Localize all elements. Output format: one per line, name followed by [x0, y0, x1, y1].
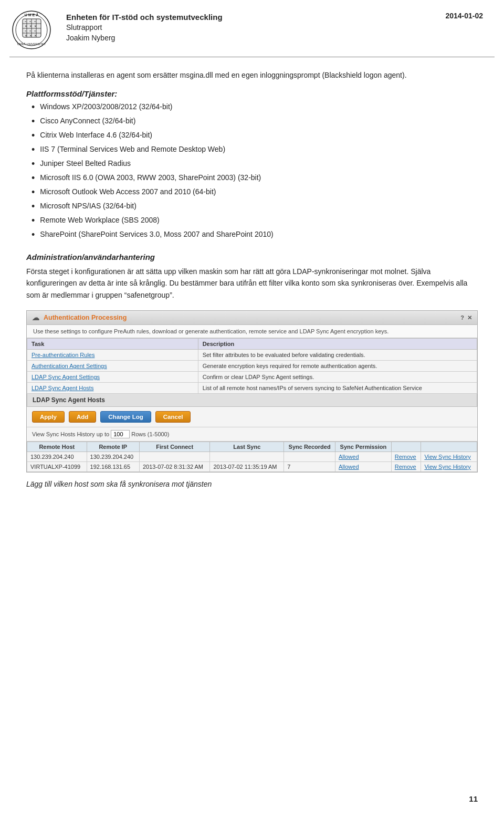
add-button[interactable]: Add — [69, 411, 96, 423]
task-desc: Generate encryption keys required for re… — [198, 361, 477, 372]
col-task: Task — [27, 339, 198, 350]
help-icon[interactable]: ? — [460, 314, 464, 321]
last-sync-cell — [210, 452, 284, 462]
svg-text:✕: ✕ — [25, 25, 27, 28]
task-link[interactable]: LDAP Sync Agent Hosts — [27, 383, 198, 394]
change-log-button[interactable]: Change Log — [100, 411, 151, 423]
svg-text:U M E Å: U M E Å — [25, 13, 38, 17]
remote-ip-cell: 130.239.204.240 — [87, 452, 139, 462]
sync-recorded-cell — [284, 452, 335, 462]
first-connect-cell — [140, 452, 210, 462]
admin-section: Administration/användarhantering Första … — [26, 253, 478, 301]
action-buttons: Apply Add Change Log Cancel — [27, 407, 477, 427]
task-link[interactable]: Pre-authentication Rules — [27, 350, 198, 361]
svg-text:✕: ✕ — [29, 34, 32, 37]
admin-paragraph: Första steget i konfigurationen är att s… — [26, 266, 478, 301]
list-item: Microsoft NPS/IAS (32/64-bit) — [32, 201, 478, 214]
svg-text:✕: ✕ — [34, 34, 37, 37]
task-link[interactable]: LDAP Sync Agent Settings — [27, 372, 198, 383]
col-remote-ip: Remote IP — [87, 442, 139, 452]
table-row: Authentication Agent Settings Generate e… — [27, 361, 477, 372]
view-history-link[interactable]: View Sync History — [421, 462, 477, 472]
col-sync-recorded: Sync Recorded — [284, 442, 335, 452]
list-item: Citrix Web Interface 4.6 (32/64-bit) — [32, 130, 478, 143]
svg-text:UMEÅ UNIVERSITET: UMEÅ UNIVERSITET — [17, 43, 46, 46]
remove-link[interactable]: Remove — [391, 452, 421, 462]
svg-text:✕: ✕ — [25, 34, 27, 37]
close-icon[interactable]: ✕ — [467, 314, 472, 321]
platform-list: Windows XP/2003/2008/2012 (32/64-bit) Ci… — [32, 101, 478, 242]
remote-host-cell: 130.239.204.240 — [27, 452, 87, 462]
col-action1 — [391, 442, 421, 452]
platform-heading: Plattformsstöd/Tjänster: — [26, 89, 478, 98]
screenshot-title: Authentication Processing — [44, 314, 460, 321]
admin-heading: Administration/användarhantering — [26, 253, 478, 261]
svg-text:✕: ✕ — [34, 25, 37, 28]
main-content: På klienterna installeras en agent som e… — [0, 57, 504, 509]
col-description: Description — [198, 339, 477, 350]
task-table: Task Description Pre-authentication Rule… — [27, 338, 477, 394]
university-logo: U M E Å ≈ ≈ ≈ ✕ ✕ ✕ ≈ ≈ ≈ ✕ ✕ ✕ UMEÅ UNI… — [9, 9, 57, 51]
remote-host-cell: VIRTUALXP-41099 — [27, 462, 87, 472]
view-history-link[interactable]: View Sync History — [421, 452, 477, 462]
list-item: IIS 7 (Terminal Services Web and Remote … — [32, 144, 478, 157]
rows-info: View Sync Hosts History up to Rows (1-50… — [27, 427, 477, 442]
remote-ip-cell: 192.168.131.65 — [87, 462, 139, 472]
sync-recorded-cell: 7 — [284, 462, 335, 472]
list-item: Windows XP/2003/2008/2012 (32/64-bit) — [32, 101, 478, 114]
screenshot-titlebar: ☁ Authentication Processing ? ✕ — [27, 311, 477, 325]
svg-text:✕: ✕ — [29, 25, 32, 28]
list-item: Juniper Steel Belted Radius — [32, 158, 478, 171]
header-date: 2014-01-02 — [445, 12, 483, 20]
table-row: 130.239.204.240 130.239.204.240 Allowed … — [27, 452, 477, 462]
first-connect-cell: 2013-07-02 8:31:32 AM — [140, 462, 210, 472]
titlebar-controls: ? ✕ — [460, 314, 472, 321]
table-row: VIRTUALXP-41099 192.168.131.65 2013-07-0… — [27, 462, 477, 472]
list-item: SharePoint (SharePoint Services 3.0, Mos… — [32, 229, 478, 242]
ldap-section-header: LDAP Sync Agent Hosts — [27, 394, 477, 407]
list-item: Cisco AnyConnect (32/64-bit) — [32, 116, 478, 129]
header-organization: Enheten för IT-stöd och systemutveckling — [66, 12, 483, 23]
header-author: Joakim Nyberg — [66, 33, 483, 44]
last-sync-cell: 2013-07-02 11:35:19 AM — [210, 462, 284, 472]
cloud-icon: ☁ — [32, 313, 39, 322]
sync-hosts-table: Remote Host Remote IP First Connect Last… — [27, 442, 477, 472]
apply-button[interactable]: Apply — [32, 411, 65, 423]
list-item: Microsoft IIS 6.0 (OWA 2003, RWW 2003, S… — [32, 172, 478, 185]
task-link[interactable]: Authentication Agent Settings — [27, 361, 198, 372]
screenshot-description: Use these settings to configure PreAuth … — [27, 325, 477, 338]
table-row: LDAP Sync Agent Hosts List of all remote… — [27, 383, 477, 394]
col-action2 — [421, 442, 477, 452]
col-remote-host: Remote Host — [27, 442, 87, 452]
remove-link[interactable]: Remove — [391, 462, 421, 472]
task-desc: List of all remote host names/IPs of ser… — [198, 383, 477, 394]
caption: Lägg till vilken host som ska få synkron… — [26, 480, 478, 488]
page-header: U M E Å ≈ ≈ ≈ ✕ ✕ ✕ ≈ ≈ ≈ ✕ ✕ ✕ UMEÅ UNI… — [0, 0, 504, 57]
table-row: Pre-authentication Rules Set filter attr… — [27, 350, 477, 361]
header-text-block: Enheten för IT-stöd och systemutveckling… — [66, 9, 483, 43]
rows-range: Rows (1-5000) — [131, 431, 169, 437]
cancel-button[interactable]: Cancel — [155, 411, 191, 423]
list-item: Remote Web Workplace (SBS 2008) — [32, 215, 478, 228]
task-desc: Confirm or clear LDAP Sync Agent setting… — [198, 372, 477, 383]
sync-permission-cell[interactable]: Allowed — [335, 462, 392, 472]
list-item: Microsoft Outlook Web Access 2007 and 20… — [32, 186, 478, 200]
col-sync-permission: Sync Permission — [335, 442, 392, 452]
page-number: 11 — [469, 794, 478, 803]
col-first-connect: First Connect — [140, 442, 210, 452]
table-row: LDAP Sync Agent Settings Confirm or clea… — [27, 372, 477, 383]
rows-label: View Sync Hosts History up to — [32, 431, 109, 437]
sync-permission-cell[interactable]: Allowed — [335, 452, 392, 462]
header-document-type: Slutrapport — [66, 23, 483, 33]
col-last-sync: Last Sync — [210, 442, 284, 452]
rows-input[interactable] — [111, 430, 130, 438]
intro-paragraph: På klienterna installeras en agent som e… — [26, 70, 478, 81]
screenshot-box: ☁ Authentication Processing ? ✕ Use thes… — [26, 310, 478, 472]
task-desc: Set filter attributes to be evaluated be… — [198, 350, 477, 361]
